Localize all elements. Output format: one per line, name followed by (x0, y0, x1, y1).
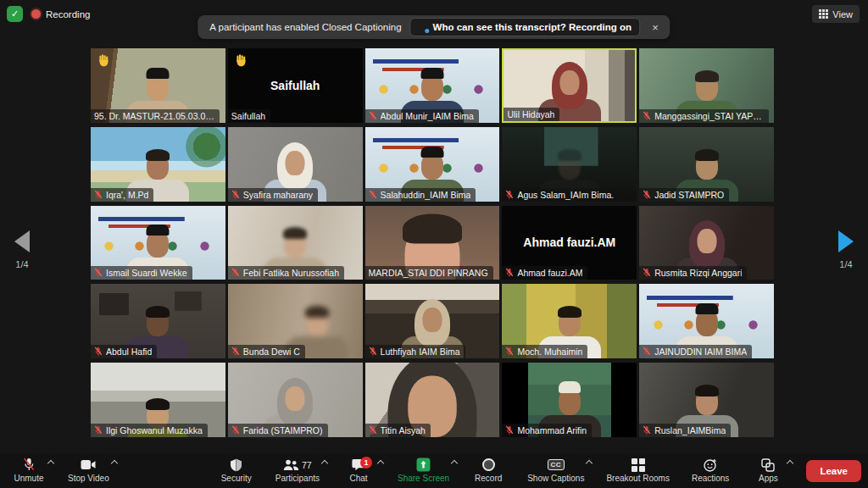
shield-icon (230, 458, 242, 472)
stop-video-label: Stop Video (68, 474, 109, 483)
participant-tile[interactable]: SaifullahSaifullah (228, 48, 363, 123)
participant-tile[interactable]: Agus Salam_IAIm Bima. (502, 127, 637, 202)
participant-name: Abdul Hafid (106, 347, 152, 357)
participant-name-label: Agus Salam_IAIm Bima. (502, 188, 619, 202)
chat-button[interactable]: 1Chat (337, 453, 381, 488)
meeting-toolbar: UnmuteStop VideoSecurity77Participants1C… (0, 453, 868, 488)
participant-tile[interactable]: Iqra', M.Pd (91, 127, 225, 202)
participant-name: Bunda Dewi C (243, 347, 300, 357)
peci-shape (420, 68, 443, 79)
muted-mic-icon (94, 268, 103, 278)
show-captions-button[interactable]: CCShow Captions (522, 453, 589, 488)
close-icon[interactable]: × (648, 21, 662, 34)
participant-name-label: MARDIA_STAI DDI PINRANG (365, 266, 493, 280)
participant-name: JAINUDDIN IAIM BIMA (654, 347, 747, 357)
muted-mic-icon (231, 268, 240, 278)
figure-face (559, 70, 579, 95)
participant-name-label: Iqra', M.Pd (91, 188, 153, 202)
participant-tile[interactable]: Ahmad fauzi.AMAhmad fauzi.AM (502, 206, 637, 280)
closed-captioning-notification: A participant has enabled Closed Caption… (198, 15, 670, 39)
grid4-icon (632, 458, 645, 472)
apps-button[interactable]: Apps (746, 453, 790, 488)
mic-off-icon (22, 458, 36, 472)
participant-tile[interactable]: Mohammad Arifin (502, 363, 637, 437)
participant-tile[interactable]: MARDIA_STAI DDI PINRANG (365, 206, 500, 280)
muted-mic-icon (94, 347, 103, 357)
participant-tile[interactable]: Titin Aisyah (365, 363, 500, 437)
chevron-up-icon[interactable] (111, 460, 118, 467)
participant-tile[interactable]: Ulil Hidayah (502, 48, 637, 123)
participant-tile[interactable]: Febi Fatlika Nurussofiah (228, 206, 363, 280)
transcript-visibility-button[interactable]: Who can see this transcript? Recording o… (410, 18, 641, 36)
participant-tile[interactable]: 95. Dr. MASTUR-21.05.03.012.07... (91, 48, 225, 123)
encryption-shield-icon[interactable]: ✓ (7, 6, 23, 22)
muted-mic-icon (643, 425, 651, 435)
view-label: View (832, 9, 853, 19)
participant-tile[interactable]: Ismail Suardi Wekke (91, 206, 225, 280)
participant-tile[interactable]: JAINUDDIN IAIM BIMA (639, 284, 774, 358)
participant-name-label: Titin Aisyah (365, 424, 431, 437)
participant-name-label: Ahmad fauzi.AM (502, 266, 587, 280)
participant-name: Rusmita Rizqi Anggari (654, 268, 742, 278)
zoom-meeting-window: ✓ Recording A participant has enabled Cl… (0, 0, 868, 488)
chevron-up-icon[interactable] (47, 460, 54, 467)
participant-tile[interactable]: Abdul Munir_IAIM Bima (365, 48, 500, 123)
participant-tile[interactable]: Rusmita Rizqi Anggari (639, 206, 774, 280)
view-button[interactable]: View (812, 5, 860, 23)
unmute-button[interactable]: Unmute (7, 453, 51, 488)
next-page-arrow-icon[interactable] (838, 230, 854, 252)
record-label: Record (475, 474, 502, 483)
participant-name-label: JAINUDDIN IAIM BIMA (639, 345, 752, 358)
participant-tile[interactable]: Salahuddin_IAIM Bima (365, 127, 500, 202)
chevron-up-icon[interactable] (586, 460, 593, 467)
participant-name: Ahmad fauzi.AM (517, 268, 582, 278)
hair-shape (695, 70, 719, 82)
breakout-rooms-button[interactable]: Breakout Rooms (601, 453, 674, 488)
participants-button[interactable]: 77Participants (270, 453, 325, 488)
gallery-view-icon (819, 9, 828, 19)
participant-tile[interactable]: Bunda Dewi C (228, 284, 363, 358)
chat-label: Chat (349, 474, 367, 483)
participant-tile[interactable]: Ilgi Ghoswanul Muzakka (91, 363, 225, 437)
participant-tile[interactable]: Jadid STAIMPRO (639, 127, 774, 202)
muted-mic-icon (369, 425, 377, 435)
people-icon: 77 (283, 458, 312, 472)
record-button[interactable]: Record (466, 453, 510, 488)
participant-tile[interactable]: Abdul Hafid (91, 284, 225, 358)
participant-name-label: Abdul Hafid (91, 345, 157, 358)
participant-name: Ismail Suardi Wekke (106, 268, 187, 278)
chevron-up-icon[interactable] (451, 460, 458, 467)
previous-page-arrow-icon[interactable] (14, 230, 30, 252)
muted-mic-icon (94, 190, 103, 200)
chevron-up-icon[interactable] (377, 460, 384, 467)
participant-name: Titin Aisyah (381, 425, 426, 435)
chevron-up-icon[interactable] (787, 460, 793, 467)
figure-face (697, 229, 716, 253)
participant-name: MARDIA_STAI DDI PINRANG (369, 268, 488, 278)
participant-tile[interactable]: Ruslan_IAIMBima (639, 363, 774, 437)
participant-name-label: Moch. Muhaimin (502, 345, 587, 358)
participant-tile[interactable]: Syafira maharany (228, 127, 363, 202)
reactions-button[interactable]: Reactions (687, 453, 734, 488)
leave-button[interactable]: Leave (806, 460, 861, 482)
security-button[interactable]: Security (214, 453, 259, 488)
muted-mic-icon (231, 190, 240, 200)
participant-tile[interactable]: Farida (STAIMPRO) (228, 363, 363, 437)
share-screen-button[interactable]: Share Screen (392, 453, 454, 488)
participant-name-label: 95. Dr. MASTUR-21.05.03.012.07... (91, 109, 220, 123)
chevron-up-icon[interactable] (321, 460, 328, 467)
participant-name-label: Ismail Suardi Wekke (91, 266, 192, 280)
participant-name: Luthfiyah IAIM Bima (381, 347, 460, 357)
hair-shape (146, 306, 170, 318)
stop-video-button[interactable]: Stop Video (63, 453, 114, 488)
peci-shape (147, 225, 170, 236)
participant-name: Mohammad Arifin (517, 425, 587, 435)
participant-tile[interactable]: Manggassingi_STAI YAPNAS JEN... (639, 48, 774, 123)
muted-mic-icon (369, 347, 377, 357)
participant-name-label: Ilgi Ghoswanul Muzakka (91, 424, 208, 437)
participant-tile[interactable]: Moch. Muhaimin (502, 284, 637, 358)
participant-tile[interactable]: Luthfiyah IAIM Bima (365, 284, 500, 358)
hair-shape (558, 149, 581, 161)
raised-hand-icon (97, 53, 111, 68)
apps-icon (761, 458, 775, 472)
